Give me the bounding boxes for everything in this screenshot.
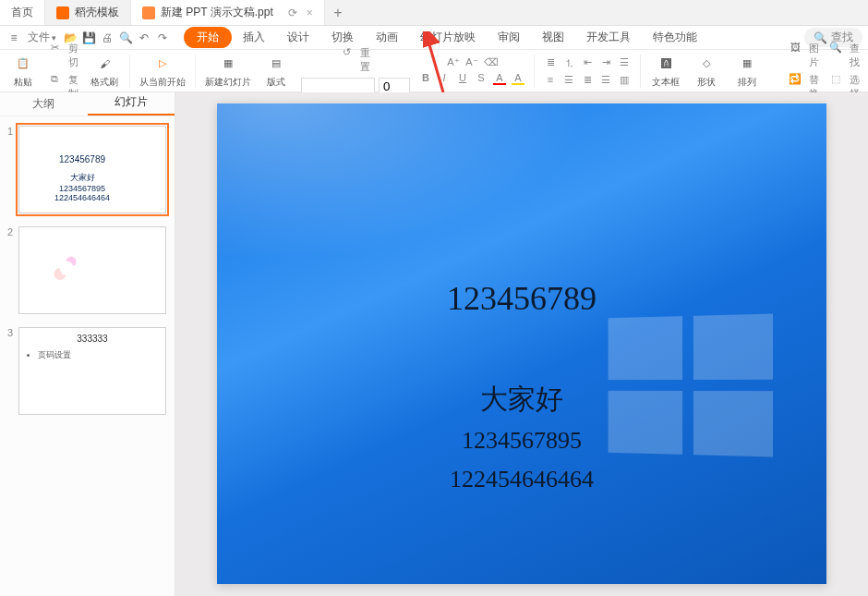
slide-text-2[interactable]: 大家好: [217, 381, 826, 419]
panel-tab-outline[interactable]: 大纲: [0, 92, 88, 116]
brush-icon: 🖌: [94, 54, 115, 74]
line-spacing-icon[interactable]: ☰: [618, 56, 631, 70]
new-slide-icon: ▦: [218, 54, 238, 74]
tab-start[interactable]: 开始: [184, 27, 232, 48]
align-left-icon[interactable]: ≡: [544, 74, 557, 86]
underline-icon[interactable]: U: [456, 72, 469, 85]
cut-icon[interactable]: ✂: [48, 42, 61, 69]
play-icon: ▷: [152, 54, 173, 74]
textbox-button[interactable]: 🅰 文本框: [650, 54, 681, 89]
textbox-icon: 🅰: [656, 54, 676, 74]
thumbnail-1[interactable]: 1 123456789 大家好 1234567895 122454646464: [9, 126, 165, 213]
tab-special[interactable]: 特色功能: [642, 26, 708, 49]
quick-access: ≡ 文件▾ 📂 💾 🖨 🔍 ↶ ↷: [6, 30, 171, 46]
play-from-current-button[interactable]: ▷ 从当前开始: [139, 54, 186, 89]
tab-view[interactable]: 视图: [531, 26, 575, 49]
layout-icon: ▤: [266, 54, 286, 74]
bold-icon[interactable]: B: [419, 72, 432, 85]
indent-inc-icon[interactable]: ⇥: [599, 56, 612, 70]
layout-button[interactable]: ▤ 版式: [260, 54, 292, 89]
panel-tabs: 大纲 幻灯片: [0, 92, 175, 116]
tab-add-button[interactable]: +: [325, 0, 351, 25]
refresh-icon[interactable]: ⟳: [288, 6, 297, 19]
indent-dec-icon[interactable]: ⇤: [581, 56, 594, 70]
tab-docker-template[interactable]: 稻壳模板: [45, 0, 131, 25]
slide-panel: 大纲 幻灯片 1 123456789 大家好 1234567895 122454…: [0, 92, 175, 596]
numbering-icon[interactable]: ⒈: [562, 56, 575, 70]
paragraph-group: ≣ ⒈ ⇤ ⇥ ☰ ≡ ☰ ≣ ☰ ▥: [544, 56, 631, 86]
tab-home-label: 首页: [11, 5, 33, 20]
flower-image: [18, 226, 166, 314]
clear-format-icon[interactable]: ⌫: [484, 56, 497, 68]
slide-canvas[interactable]: 123456789 大家好 1234567895 122454646464: [175, 92, 868, 596]
tab-docker-label: 稻壳模板: [75, 5, 119, 20]
save-icon[interactable]: 💾: [80, 30, 97, 46]
tab-document-label: 新建 PPT 演示文稿.ppt: [161, 5, 273, 20]
shape-icon: ◇: [696, 54, 717, 74]
document-tab-bar: 首页 稻壳模板 新建 PPT 演示文稿.ppt ⟳ × +: [0, 0, 868, 26]
picture-button[interactable]: 🖼图片: [789, 42, 820, 69]
tab-insert[interactable]: 插入: [232, 26, 276, 49]
tab-review[interactable]: 审阅: [487, 26, 531, 49]
preview-icon[interactable]: 🔍: [117, 30, 134, 46]
align-justify-icon[interactable]: ☰: [599, 74, 612, 86]
increase-font-icon[interactable]: A⁺: [447, 56, 460, 68]
paste-button[interactable]: 📋 粘贴: [7, 54, 39, 89]
redo-icon[interactable]: ↷: [154, 30, 171, 46]
cut-label: 剪切: [66, 42, 79, 69]
thumbnail-list[interactable]: 1 123456789 大家好 1234567895 122454646464 …: [0, 116, 175, 596]
font-color-icon[interactable]: A: [493, 72, 506, 85]
columns-icon[interactable]: ▥: [618, 74, 631, 86]
print-icon[interactable]: 🖨: [99, 30, 115, 46]
app-menu-icon[interactable]: ≡: [6, 30, 22, 46]
align-center-icon[interactable]: ☰: [562, 74, 575, 86]
strike-icon[interactable]: S: [475, 72, 488, 85]
slide-number: 3: [7, 327, 13, 338]
slide-text-1[interactable]: 123456789: [217, 279, 826, 318]
paste-icon: 📋: [13, 54, 33, 74]
picture-icon: 🖼: [789, 42, 802, 69]
decrease-font-icon[interactable]: A⁻: [465, 56, 478, 68]
arrange-button[interactable]: ▦ 排列: [731, 54, 763, 89]
font-style-group: A⁺ A⁻ ⌫ B I U S A A: [419, 56, 524, 85]
arrange-icon: ▦: [737, 54, 757, 74]
plus-icon: +: [333, 5, 342, 21]
thumbnail-2[interactable]: 2: [9, 226, 165, 314]
windows-logo-icon: [130, 160, 154, 180]
ribbon-tabs: 开始 插入 设计 切换 动画 幻灯片放映 审阅 视图 开发工具 特色功能: [184, 26, 708, 49]
new-slide-button[interactable]: ▦ 新建幻灯片: [205, 54, 251, 89]
italic-icon[interactable]: I: [438, 72, 451, 85]
tab-home[interactable]: 首页: [0, 0, 45, 25]
format-painter-button[interactable]: 🖌 格式刷: [89, 54, 120, 89]
ribbon: 📋 粘贴 ✂剪切 ⧉复制 🖌 格式刷 ▷ 从当前开始 ▦ 新建幻灯片 ▤ 版式 …: [0, 50, 868, 92]
align-right-icon[interactable]: ≣: [581, 74, 594, 86]
slide-number: 2: [7, 226, 13, 237]
bullets-icon[interactable]: ≣: [544, 56, 557, 70]
slide-text-3[interactable]: 1234567895: [217, 427, 826, 455]
panel-tab-slides[interactable]: 幻灯片: [88, 91, 175, 116]
workspace: 大纲 幻灯片 1 123456789 大家好 1234567895 122454…: [0, 92, 868, 596]
undo-icon[interactable]: ↶: [136, 30, 152, 46]
find-icon: 🔍: [829, 42, 842, 69]
clipboard-small: ✂剪切 ⧉复制: [48, 42, 79, 101]
thumbnail-3[interactable]: 3 333333 页码设置: [9, 327, 165, 415]
ppt-icon: [142, 6, 155, 19]
slide-text-4[interactable]: 122454646464: [217, 466, 826, 493]
slide-number: 1: [7, 126, 13, 137]
tab-slideshow[interactable]: 幻灯片放映: [409, 26, 487, 49]
menu-bar: ≡ 文件▾ 📂 💾 🖨 🔍 ↶ ↷ 开始 插入 设计 切换 动画 幻灯片放映 审…: [0, 26, 868, 50]
tab-document[interactable]: 新建 PPT 演示文稿.ppt ⟳ ×: [131, 0, 325, 25]
find-button[interactable]: 🔍查找: [829, 42, 861, 69]
current-slide[interactable]: 123456789 大家好 1234567895 122454646464: [217, 103, 826, 584]
shape-button[interactable]: ◇ 形状: [691, 54, 722, 89]
wps-icon: [56, 6, 69, 19]
reset-button[interactable]: ↺重置: [340, 46, 371, 74]
close-icon[interactable]: ×: [307, 6, 313, 19]
highlight-icon[interactable]: A: [512, 72, 524, 85]
tab-dev[interactable]: 开发工具: [575, 26, 642, 49]
reset-icon: ↺: [340, 46, 353, 74]
